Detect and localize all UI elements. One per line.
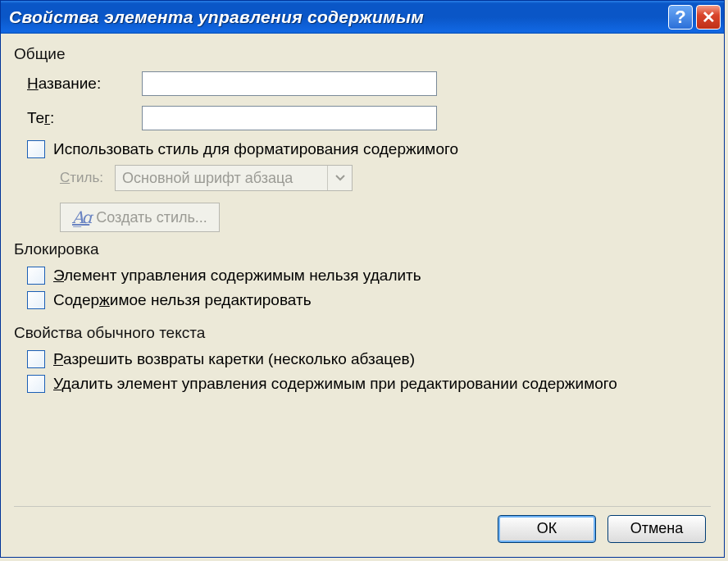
use-style-label: Использовать стиль для форматирования со… xyxy=(53,140,458,158)
chevron-down-icon xyxy=(327,166,352,190)
help-button[interactable]: ? xyxy=(668,5,693,30)
allow-cr-label: Разрешить возвраты каретки (несколько аб… xyxy=(53,350,415,368)
row-name: Название: xyxy=(27,71,711,96)
tag-input[interactable] xyxy=(142,106,437,130)
help-icon: ? xyxy=(675,7,685,28)
section-general-title: Общие xyxy=(14,45,711,63)
row-cannot-edit: Содержимое нельзя редактировать xyxy=(27,291,711,309)
close-button[interactable]: ✕ xyxy=(696,5,721,30)
name-label: Название: xyxy=(27,75,142,93)
row-tag: Тег: xyxy=(27,106,711,130)
row-use-style: Использовать стиль для форматирования со… xyxy=(27,140,711,158)
titlebar-buttons: ? ✕ xyxy=(668,5,721,30)
cancel-button[interactable]: Отмена xyxy=(607,515,706,543)
cannot-edit-label: Содержимое нельзя редактировать xyxy=(53,291,312,309)
style-combobox-value: Основной шрифт абзаца xyxy=(122,170,293,187)
section-locking-body: Элемент управления содержимым нельзя уда… xyxy=(14,267,711,316)
section-plaintext-body: Разрешить возвраты каретки (несколько аб… xyxy=(14,350,711,399)
style-label: Стиль: xyxy=(60,170,103,186)
section-plaintext-title: Свойства обычного текста xyxy=(14,324,711,342)
close-icon: ✕ xyxy=(702,7,716,27)
section-locking-title: Блокировка xyxy=(14,240,711,258)
create-style-button: A̲ɑ Создать стиль... xyxy=(60,203,220,232)
name-input[interactable] xyxy=(142,71,437,96)
titlebar: Свойства элемента управления содержимым … xyxy=(1,1,724,34)
row-style: Стиль: Основной шрифт абзаца xyxy=(60,165,711,191)
cannot-delete-checkbox[interactable] xyxy=(27,267,45,285)
dialog-window: Свойства элемента управления содержимым … xyxy=(0,0,725,558)
window-title: Свойства элемента управления содержимым xyxy=(9,7,668,27)
create-style-label: Создать стиль... xyxy=(96,209,207,226)
cannot-delete-label: Элемент управления содержимым нельзя уда… xyxy=(53,267,421,285)
tag-label: Тег: xyxy=(27,109,142,127)
use-style-checkbox[interactable] xyxy=(27,140,45,158)
style-aa-icon: A̲ɑ xyxy=(72,208,89,227)
remove-on-edit-label: Удалить элемент управления содержимым пр… xyxy=(53,375,617,393)
allow-cr-checkbox[interactable] xyxy=(27,350,45,368)
ok-button[interactable]: ОК xyxy=(498,515,596,543)
row-remove-on-edit: Удалить элемент управления содержимым пр… xyxy=(27,375,711,393)
dialog-body: Общие Название: Тег: Использовать стиль … xyxy=(1,34,724,557)
row-cannot-delete: Элемент управления содержимым нельзя уда… xyxy=(27,267,711,285)
remove-on-edit-checkbox[interactable] xyxy=(27,375,45,393)
dialog-footer: ОК Отмена xyxy=(14,506,711,550)
cannot-edit-checkbox[interactable] xyxy=(27,291,45,309)
style-combobox: Основной шрифт абзаца xyxy=(115,165,353,191)
row-allow-cr: Разрешить возвраты каретки (несколько аб… xyxy=(27,350,711,368)
section-general-body: Название: Тег: Использовать стиль для фо… xyxy=(14,71,711,232)
